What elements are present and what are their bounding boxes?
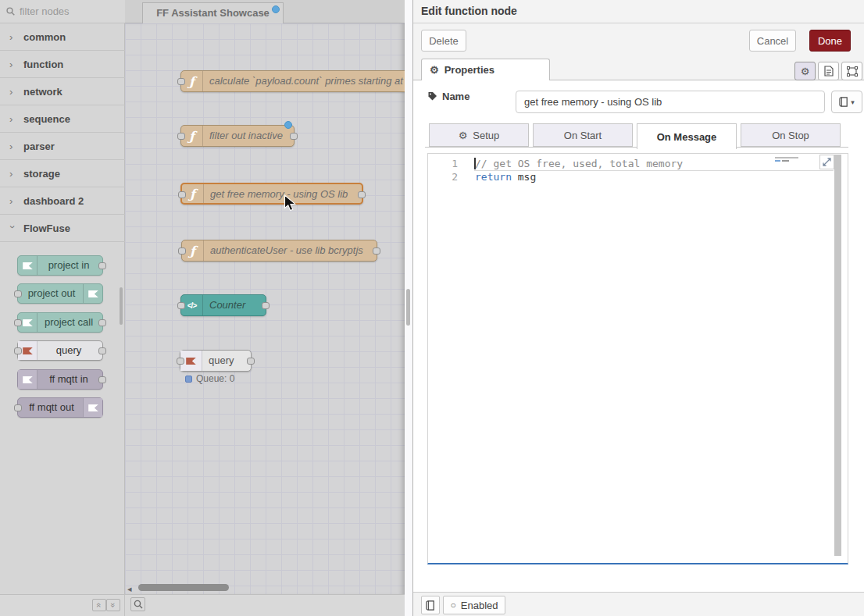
search-icon bbox=[6, 7, 15, 16]
expand-icon bbox=[823, 158, 831, 166]
output-port[interactable] bbox=[98, 262, 106, 269]
output-port[interactable] bbox=[262, 302, 270, 309]
palette-scrollbar[interactable] bbox=[120, 287, 123, 325]
function-node-filter-out-inactive[interactable]: ƒ filter out inactive bbox=[180, 125, 295, 147]
chevron-right-icon: › bbox=[9, 141, 16, 152]
palette-category-function[interactable]: ›function bbox=[0, 51, 125, 78]
tab-setup[interactable]: ⚙ Setup bbox=[429, 123, 529, 147]
code-editor[interactable]: 1 2 // get OS free, used, total memory r… bbox=[427, 153, 848, 564]
description-button[interactable] bbox=[818, 62, 839, 80]
input-port[interactable] bbox=[14, 319, 22, 326]
chevron-right-icon: › bbox=[9, 195, 16, 207]
output-port[interactable] bbox=[290, 133, 298, 140]
tab-properties[interactable]: ⚙ Properties bbox=[421, 59, 550, 80]
code-line-1: // get OS free, used, total memory bbox=[475, 158, 683, 169]
function-icon: ƒ bbox=[190, 187, 195, 201]
function-icon: ƒ bbox=[189, 74, 195, 89]
palette: ›common ›function ›network ›sequence ›pa… bbox=[0, 0, 125, 594]
chevron-right-icon: › bbox=[9, 31, 16, 43]
counter-node[interactable]: </> Counter bbox=[180, 294, 266, 316]
collapse-all-button[interactable]: « bbox=[92, 599, 106, 611]
expand-all-button[interactable]: » bbox=[106, 599, 120, 611]
input-port[interactable] bbox=[14, 347, 22, 354]
expand-all-icon: » bbox=[109, 603, 118, 607]
horizontal-scrollbar[interactable] bbox=[138, 584, 229, 591]
code-line-2: return msg bbox=[475, 171, 536, 183]
chevron-down-icon: › bbox=[7, 225, 19, 231]
palette-node-query[interactable]: query bbox=[17, 340, 103, 361]
editor-scrollbar[interactable] bbox=[834, 155, 841, 556]
gear-icon: ⚙ bbox=[430, 65, 439, 75]
delete-button[interactable]: Delete bbox=[421, 30, 466, 52]
library-footer-button[interactable] bbox=[421, 596, 440, 614]
node-status: Queue: 0 bbox=[185, 373, 234, 384]
properties-view-button[interactable]: ⚙ bbox=[794, 62, 816, 80]
query-node[interactable]: query bbox=[180, 350, 252, 372]
function-icon: ƒ bbox=[189, 129, 195, 144]
palette-filter-input[interactable] bbox=[20, 5, 112, 17]
tray-footer: ○ Enabled bbox=[413, 592, 864, 616]
input-port[interactable] bbox=[177, 133, 185, 140]
line-number: 1 bbox=[428, 158, 458, 169]
palette-category-common[interactable]: ›common bbox=[0, 23, 125, 51]
output-port[interactable] bbox=[373, 247, 380, 255]
node-red-editor: ›common ›function ›network ›sequence ›pa… bbox=[0, 0, 864, 616]
library-button[interactable]: ▾ bbox=[831, 91, 862, 113]
function-node-authenticate-user[interactable]: ƒ authenticateUser - use lib bcryptjs bbox=[181, 240, 377, 262]
palette-node-project-in[interactable]: project in bbox=[17, 255, 103, 276]
expand-editor-button[interactable] bbox=[819, 155, 834, 169]
input-port[interactable] bbox=[177, 358, 184, 365]
palette-category-storage[interactable]: ›storage bbox=[0, 160, 125, 187]
output-port[interactable] bbox=[98, 376, 106, 383]
vertical-scrollbar[interactable] bbox=[406, 289, 410, 326]
workspace-footer: « » bbox=[0, 594, 405, 616]
input-port[interactable] bbox=[178, 247, 186, 255]
line-number: 2 bbox=[428, 171, 458, 183]
palette-category-parser[interactable]: ›parser bbox=[0, 133, 125, 160]
input-port[interactable] bbox=[14, 290, 22, 297]
tab-on-start[interactable]: On Start bbox=[533, 123, 633, 147]
palette-category-sequence[interactable]: ›sequence bbox=[0, 105, 125, 133]
edit-tray: Edit function node Delete Cancel Done ⚙ … bbox=[412, 0, 864, 616]
palette-node-ff-mqtt-in[interactable]: ff mqtt in bbox=[17, 369, 103, 390]
gear-icon: ⚙ bbox=[459, 130, 468, 141]
input-port[interactable] bbox=[14, 404, 22, 411]
input-port[interactable] bbox=[177, 302, 185, 309]
cancel-button[interactable]: Cancel bbox=[749, 30, 796, 52]
output-port[interactable] bbox=[358, 191, 366, 198]
status-dot bbox=[185, 376, 192, 383]
workspace-canvas[interactable]: ƒ calculate `payload.count` primes start… bbox=[125, 23, 405, 594]
tab-on-message[interactable]: On Message bbox=[637, 123, 737, 149]
palette-category-dashboard2[interactable]: ›dashboard 2 bbox=[0, 187, 125, 215]
palette-category-flowfuse[interactable]: ›FlowFuse bbox=[0, 215, 125, 242]
collapse-all-icon: « bbox=[95, 603, 104, 607]
palette-search bbox=[0, 0, 125, 23]
palette-category-network[interactable]: ›network bbox=[0, 78, 125, 105]
unsaved-changes-dot bbox=[272, 5, 280, 13]
flow-tab[interactable]: FF Assistant Showcase bbox=[142, 2, 284, 23]
palette-node-ff-mqtt-out[interactable]: ff mqtt out bbox=[17, 397, 103, 418]
document-icon bbox=[824, 66, 834, 77]
output-port[interactable] bbox=[247, 358, 255, 365]
palette-node-project-call[interactable]: project call bbox=[17, 312, 103, 333]
tray-tabrow: ⚙ Properties ⚙ bbox=[413, 59, 864, 80]
hscroll-left-arrow[interactable]: ◂ bbox=[127, 584, 132, 594]
done-button[interactable]: Done bbox=[809, 30, 851, 52]
name-input[interactable] bbox=[516, 91, 825, 113]
book-icon bbox=[426, 600, 435, 611]
palette-node-project-out[interactable]: project out bbox=[17, 283, 103, 304]
chevron-right-icon: › bbox=[9, 86, 16, 98]
search-flows-button[interactable] bbox=[130, 597, 145, 611]
query-icon bbox=[186, 358, 196, 365]
input-port[interactable] bbox=[178, 191, 186, 198]
input-port[interactable] bbox=[177, 78, 185, 85]
enabled-toggle-button[interactable]: ○ Enabled bbox=[443, 596, 505, 614]
output-port[interactable] bbox=[98, 319, 106, 326]
function-node-calculate-primes[interactable]: ƒ calculate `payload.count` primes start… bbox=[180, 70, 405, 92]
tab-on-stop[interactable]: On Stop bbox=[741, 123, 841, 147]
function-tabs: ⚙ Setup On Start On Message On Stop bbox=[413, 123, 864, 148]
output-port[interactable] bbox=[98, 347, 106, 354]
changed-node-dot bbox=[284, 121, 292, 129]
function-node-get-free-memory[interactable]: ƒ get free memory - using OS lib bbox=[180, 183, 363, 205]
appearance-button[interactable] bbox=[841, 62, 862, 80]
